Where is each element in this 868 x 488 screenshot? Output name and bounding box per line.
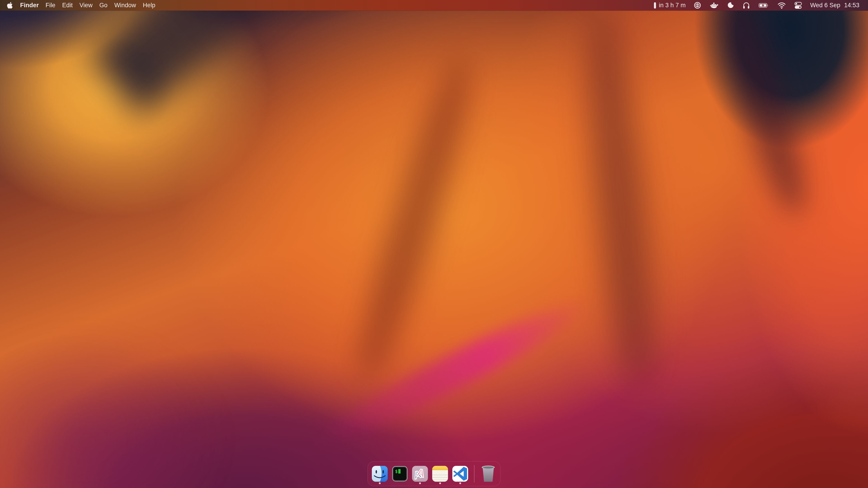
wallpaper-right-ridge: [577, 12, 663, 388]
menu-bar-status: in 3 h 7 m: [650, 0, 868, 11]
running-indicator: [439, 482, 441, 484]
dock-item-terminal[interactable]: $: [392, 463, 408, 485]
dock: $ A A: [368, 461, 500, 486]
menu-edit[interactable]: Edit: [59, 0, 76, 11]
dock-separator: [474, 465, 474, 483]
keyhole-circle-icon: [694, 2, 701, 9]
vscode-icon: [452, 466, 468, 482]
menu-bar-left: Finder File Edit View Go Window Help: [0, 0, 159, 11]
terminal-prompt-glyph: $: [395, 469, 398, 474]
clock-date: Wed 6 Sep: [810, 0, 840, 11]
terminal-icon: $: [392, 466, 408, 482]
terminal-cursor: [398, 469, 401, 474]
apple-logo-icon: [7, 2, 13, 9]
running-indicator: [419, 482, 421, 484]
finder-icon: [372, 466, 388, 482]
focus-status-item[interactable]: [723, 0, 738, 11]
menu-view[interactable]: View: [76, 0, 96, 11]
wallpaper-dark-band: [90, 0, 410, 117]
wifi-status-item[interactable]: [773, 0, 790, 11]
battery-status-item[interactable]: [754, 0, 773, 11]
wallpaper-center-ridge: [345, 51, 485, 387]
docker-status-item[interactable]: [706, 0, 723, 11]
menu-go[interactable]: Go: [96, 0, 111, 11]
wallpaper-magenta-streak: [310, 287, 597, 456]
control-center-icon: [794, 2, 802, 9]
running-indicator: [379, 482, 381, 484]
menu-bar-clock[interactable]: Wed 6 Sep 14:53: [806, 0, 860, 11]
dock-area: $ A A: [0, 461, 868, 486]
notes-icon-lines: [432, 473, 448, 482]
battery-charging-icon: [758, 2, 769, 9]
docker-whale-icon: [710, 2, 718, 9]
wallpaper-topright-shadow: [708, 0, 818, 220]
menu-bar: Finder File Edit View Go Window Help in …: [0, 0, 868, 11]
trash-rim-inner: [483, 466, 494, 468]
desktop: Finder File Edit View Go Window Help in …: [0, 0, 868, 488]
menu-window[interactable]: Window: [111, 0, 140, 11]
control-center-status-item[interactable]: [790, 0, 806, 11]
headphones-status-item[interactable]: [738, 0, 754, 11]
active-app-menu[interactable]: Finder: [17, 0, 42, 11]
notes-icon-header: [432, 466, 448, 470]
menu-help[interactable]: Help: [140, 0, 159, 11]
dock-item-trash[interactable]: [480, 463, 497, 485]
apple-menu[interactable]: [3, 0, 17, 11]
dock-item-notes[interactable]: [432, 463, 448, 485]
timer-status-item[interactable]: in 3 h 7 m: [650, 0, 690, 11]
focus-moon-icon: [727, 2, 734, 9]
dock-item-letter-a-app[interactable]: A A: [412, 463, 428, 485]
running-indicator: [459, 482, 461, 484]
headphones-icon: [743, 2, 750, 9]
letter-a-app-icon: A A: [412, 466, 428, 482]
clock-time: 14:53: [844, 0, 860, 11]
trash-icon: [482, 466, 495, 482]
letter-a-front: A: [415, 466, 426, 480]
dock-item-vscode[interactable]: [452, 463, 469, 485]
trash-body: [482, 467, 494, 482]
timer-remaining-label: in 3 h 7 m: [659, 0, 686, 11]
notes-icon: [432, 466, 448, 482]
wifi-icon: [778, 2, 786, 9]
wallpaper: [0, 0, 868, 488]
keyhole-circle-status-item[interactable]: [689, 0, 706, 11]
timer-pill-icon: [654, 2, 656, 8]
menu-file[interactable]: File: [42, 0, 59, 11]
dock-item-finder[interactable]: [371, 463, 388, 485]
